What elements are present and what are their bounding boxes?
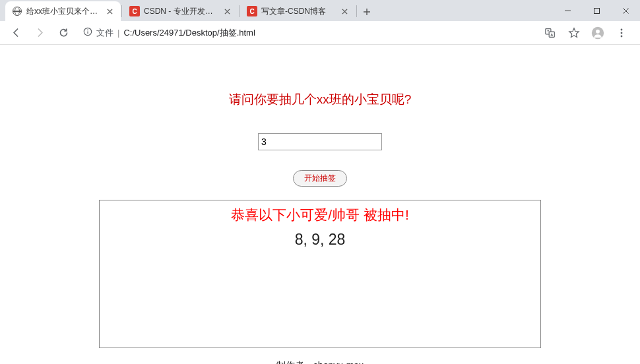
tab-active[interactable]: 给xx班小宝贝来个抽签 bbox=[5, 1, 121, 21]
svg-rect-0 bbox=[594, 8, 599, 13]
url-bar[interactable]: 文件 | C:/Users/24971/Desktop/抽签.html bbox=[78, 27, 537, 39]
svg-point-9 bbox=[621, 35, 623, 37]
tab-title: 写文章-CSDN博客 bbox=[261, 6, 336, 17]
close-icon[interactable] bbox=[340, 7, 349, 16]
globe-icon bbox=[12, 6, 22, 16]
close-icon[interactable] bbox=[222, 7, 232, 16]
minimize-button[interactable] bbox=[553, 1, 582, 20]
csdn-icon: C bbox=[129, 6, 140, 16]
prompt-heading: 请问你要抽几个xx班的小宝贝呢? bbox=[0, 91, 640, 108]
tab-csdn-write[interactable]: C 写文章-CSDN博客 bbox=[240, 1, 356, 21]
svg-point-7 bbox=[621, 28, 623, 30]
count-input[interactable] bbox=[258, 133, 382, 150]
csdn-icon: C bbox=[247, 6, 257, 16]
start-draw-button[interactable]: 开始抽签 bbox=[293, 170, 347, 187]
reload-button[interactable] bbox=[54, 24, 73, 42]
svg-point-8 bbox=[621, 32, 623, 34]
tab-separator bbox=[121, 5, 122, 17]
tab-title: 给xx班小宝贝来个抽签 bbox=[26, 6, 101, 17]
address-bar: 文件 | C:/Users/24971/Desktop/抽签.html bbox=[0, 21, 640, 45]
tab-separator bbox=[356, 5, 357, 17]
star-icon[interactable] bbox=[566, 25, 582, 41]
congrats-text: 恭喜以下小可爱/帅哥 被抽中! bbox=[100, 206, 540, 224]
new-tab-button[interactable] bbox=[358, 3, 376, 21]
browser-tab-strip: 给xx班小宝贝来个抽签 C CSDN - 专业开发者社区 C 写文章-CSDN博… bbox=[0, 0, 640, 21]
url-separator: | bbox=[117, 28, 119, 38]
svg-point-2 bbox=[87, 30, 88, 31]
svg-rect-4 bbox=[549, 32, 554, 37]
author-label: 制作者：chenyu-max bbox=[0, 360, 640, 364]
profile-icon[interactable] bbox=[590, 25, 606, 41]
translate-icon[interactable] bbox=[542, 25, 558, 41]
tab-separator bbox=[239, 5, 240, 17]
menu-icon[interactable] bbox=[614, 25, 629, 41]
tabs-container: 给xx班小宝贝来个抽签 C CSDN - 专业开发者社区 C 写文章-CSDN博… bbox=[0, 1, 553, 21]
page-content: 请问你要抽几个xx班的小宝贝呢? 开始抽签 恭喜以下小可爱/帅哥 被抽中! 8,… bbox=[0, 45, 640, 364]
back-button[interactable] bbox=[7, 24, 25, 42]
result-numbers: 8, 9, 28 bbox=[100, 231, 540, 249]
window-controls bbox=[553, 0, 640, 21]
forward-button[interactable] bbox=[30, 24, 49, 42]
toolbar-right bbox=[542, 25, 633, 41]
maximize-button[interactable] bbox=[582, 1, 611, 20]
action-row: 开始抽签 bbox=[0, 170, 640, 187]
info-icon[interactable] bbox=[83, 27, 92, 38]
url-path: C:/Users/24971/Desktop/抽签.html bbox=[123, 27, 255, 39]
tab-title: CSDN - 专业开发者社区 bbox=[144, 6, 218, 17]
close-window-button[interactable] bbox=[611, 1, 640, 20]
svg-point-6 bbox=[596, 29, 600, 33]
url-prefix: 文件 bbox=[96, 27, 113, 39]
tab-csdn-home[interactable]: C CSDN - 专业开发者社区 bbox=[123, 1, 238, 21]
result-box: 恭喜以下小可爱/帅哥 被抽中! 8, 9, 28 bbox=[99, 200, 541, 348]
close-icon[interactable] bbox=[105, 7, 114, 16]
